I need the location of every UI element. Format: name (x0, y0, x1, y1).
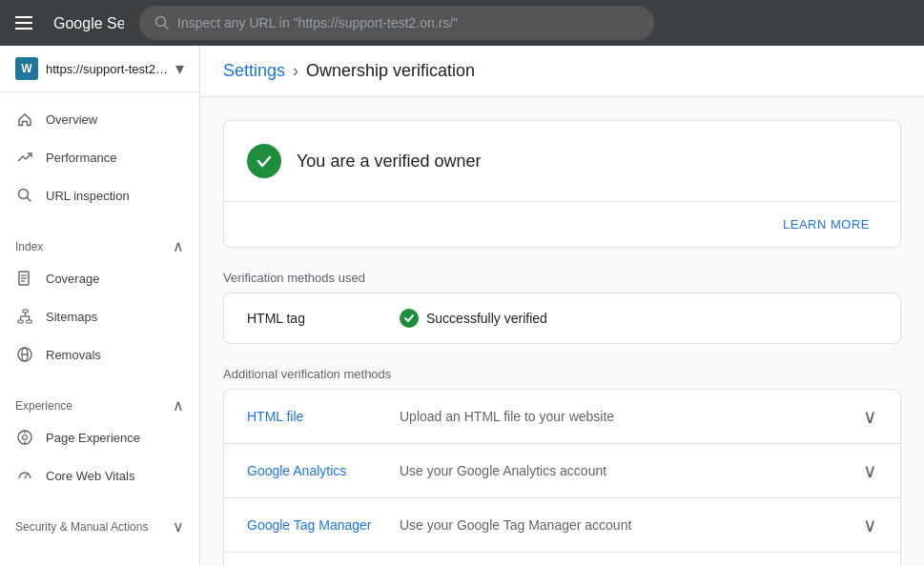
sidebar-item-overview[interactable]: Overview (0, 100, 192, 138)
site-url: https://support-test2.on.rs/ (46, 62, 168, 76)
index-section-title: Index (15, 240, 43, 253)
additional-methods-card: HTML file Upload an HTML file to your we… (223, 389, 901, 566)
svg-line-5 (165, 26, 169, 30)
main-layout: W https://support-test2.on.rs/ ▾ Overvie… (0, 46, 924, 566)
menu-icon[interactable] (15, 16, 38, 30)
sidebar-item-sitemaps[interactable]: Sitemaps (0, 297, 192, 335)
svg-point-23 (23, 435, 28, 440)
coverage-label: Coverage (46, 272, 99, 286)
experience-section-header[interactable]: Experience ∧ (0, 389, 199, 418)
breadcrumb: Settings › Ownership verification (200, 46, 924, 97)
html-file-label[interactable]: HTML file (247, 409, 400, 424)
security-section-header[interactable]: Security & Manual Actions ∨ (0, 510, 199, 539)
gauge-icon (15, 466, 34, 485)
sidebar-item-removals[interactable]: Removals (0, 335, 192, 374)
verified-header: You are a verified owner (224, 121, 900, 201)
index-section-header[interactable]: Index ∧ (0, 230, 199, 259)
google-tag-manager-label[interactable]: Google Tag Manager (247, 517, 400, 533)
svg-rect-2 (15, 28, 32, 30)
sitemaps-label: Sitemaps (46, 310, 97, 324)
google-tag-manager-row: Google Tag Manager Use your Google Tag M… (224, 498, 900, 553)
method-status: Successfully verified (400, 309, 877, 328)
breadcrumb-separator: › (293, 61, 298, 81)
used-methods-card: HTML tag Successfully verified (223, 293, 901, 344)
html-file-expand-icon[interactable]: ∨ (863, 405, 877, 428)
svg-rect-0 (15, 16, 32, 18)
search-bar[interactable] (139, 6, 654, 40)
svg-line-26 (25, 474, 28, 478)
sidebar-item-url-inspection[interactable]: URL inspection (0, 176, 192, 214)
security-section: Security & Manual Actions ∨ (0, 502, 199, 547)
verified-owner-card: You are a verified owner LEARN MORE (223, 120, 901, 248)
site-dropdown-chevron[interactable]: ▾ (175, 58, 184, 79)
header: Google Search Console Google Search Cons… (0, 0, 924, 46)
domain-name-provider-row: Domain name provider Associate a DNS rec… (224, 553, 900, 566)
google-analytics-row: Google Analytics Use your Google Analyti… (224, 444, 900, 498)
overview-label: Overview (46, 112, 97, 127)
svg-rect-1 (15, 22, 32, 24)
page-experience-label: Page Experience (46, 431, 140, 445)
main-nav: Overview Performance URL (0, 92, 199, 222)
coverage-icon (15, 269, 34, 288)
html-tag-label: HTML tag (247, 311, 400, 326)
method-check-icon (400, 309, 419, 328)
main-content: Settings › Ownership verification You ar… (200, 46, 924, 566)
sidebar: W https://support-test2.on.rs/ ▾ Overvie… (0, 46, 200, 566)
verified-check-icon (247, 144, 281, 178)
performance-label: Performance (46, 151, 116, 165)
sitemaps-icon (15, 307, 34, 326)
legacy-chevron-icon: ∨ (173, 562, 184, 566)
experience-chevron-icon: ∧ (173, 396, 184, 414)
sidebar-item-core-web-vitals[interactable]: Core Web Vitals (0, 456, 192, 495)
legacy-section: Legacy tools and reports ∨ (0, 547, 199, 566)
verified-footer: LEARN MORE (224, 201, 900, 247)
search-icon (154, 15, 170, 30)
svg-line-7 (28, 198, 31, 202)
method-status-text: Successfully verified (426, 311, 547, 326)
google-analytics-desc: Use your Google Analytics account (400, 463, 863, 478)
svg-rect-12 (23, 310, 28, 313)
svg-text:Google Search Console: Google Search Console (53, 15, 124, 31)
additional-methods-title: Additional verification methods (223, 367, 901, 381)
google-tag-manager-desc: Use your Google Tag Manager account (400, 517, 863, 533)
page-exp-icon (15, 428, 34, 447)
trending-up-icon (15, 148, 34, 167)
html-file-row: HTML file Upload an HTML file to your we… (224, 390, 900, 444)
experience-section: Experience ∧ Page Experience (0, 381, 199, 502)
learn-more-button[interactable]: LEARN MORE (775, 213, 877, 235)
home-icon (15, 110, 34, 129)
security-chevron-icon: ∨ (173, 517, 184, 536)
google-analytics-expand-icon[interactable]: ∨ (863, 459, 877, 482)
content-area: You are a verified owner LEARN MORE Veri… (200, 97, 924, 566)
security-section-title: Security & Manual Actions (15, 520, 148, 534)
experience-section-title: Experience (15, 399, 72, 413)
html-file-desc: Upload an HTML file to your website (400, 409, 863, 424)
url-inspection-label: URL inspection (46, 189, 130, 203)
used-method-row: HTML tag Successfully verified (224, 293, 900, 343)
index-section: Index ∧ Coverage (0, 222, 199, 381)
url-search-icon (15, 186, 34, 205)
verified-title: You are a verified owner (297, 152, 481, 172)
index-chevron-icon: ∧ (173, 237, 184, 255)
svg-rect-14 (27, 320, 31, 323)
sidebar-item-performance[interactable]: Performance (0, 138, 192, 176)
wp-icon: W (15, 57, 38, 80)
site-selector[interactable]: W https://support-test2.on.rs/ ▾ (0, 46, 199, 92)
used-methods-title: Verification methods used (223, 271, 901, 285)
sidebar-item-page-experience[interactable]: Page Experience (0, 418, 192, 456)
breadcrumb-parent[interactable]: Settings (223, 61, 285, 81)
search-input[interactable] (177, 15, 639, 30)
svg-point-6 (19, 190, 29, 199)
removals-label: Removals (46, 348, 101, 362)
legacy-section-header[interactable]: Legacy tools and reports ∨ (0, 555, 199, 566)
sidebar-item-coverage[interactable]: Coverage (0, 259, 192, 297)
google-analytics-label[interactable]: Google Analytics (247, 463, 400, 478)
app-logo: Google Search Console Google Search Cons… (53, 11, 124, 34)
google-tag-manager-expand-icon[interactable]: ∨ (863, 514, 877, 536)
breadcrumb-current: Ownership verification (306, 61, 475, 81)
removals-icon (15, 345, 34, 364)
svg-rect-13 (18, 320, 23, 323)
core-web-vitals-label: Core Web Vitals (46, 469, 134, 483)
